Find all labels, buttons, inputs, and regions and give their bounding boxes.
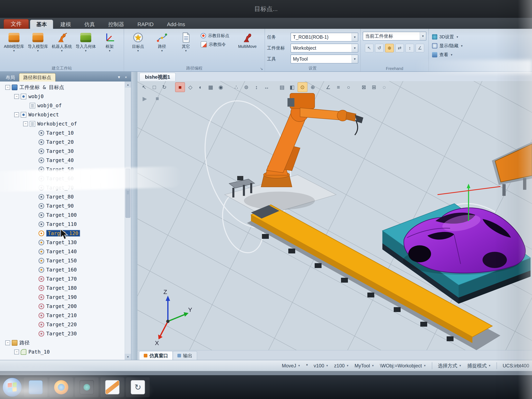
status-motion-setting[interactable]: \WObj:=Workobject▼ [380,363,426,369]
measure-angle-icon[interactable]: ∠ [323,82,333,92]
tool-select[interactable]: MyTool ▼ [291,55,358,63]
tree-node[interactable]: Target_90 [0,201,125,210]
tree-scrollbar[interactable]: ▲ ▼ [125,82,131,360]
perspective-icon[interactable]: ◐ [196,82,205,92]
tree-node[interactable]: −Workobject [0,110,125,119]
zoom-window-icon[interactable]: □ [150,82,159,92]
link-icon[interactable]: ⊚ [242,82,251,92]
frame-tool-icon[interactable]: ◌ [380,82,389,92]
tree-node[interactable]: −wobj0 [0,92,125,101]
scroll-up-icon[interactable]: ▲ [125,82,131,88]
view-tab[interactable]: bishe视图1 [139,73,176,81]
tab-paths-and-targets[interactable]: 路径和目标点 [19,73,56,82]
app-window-icon[interactable] [24,377,47,397]
tree-node[interactable]: wobj0_of [0,101,125,110]
snap-grid-icon[interactable]: ▤ [277,82,287,92]
tree-node[interactable]: Target_30 [0,146,125,156]
jog-linear-icon[interactable]: ⇄ [395,44,404,52]
tree-node[interactable]: −工件坐标 & 目标点 [0,83,125,92]
stop-button[interactable]: ■ [153,94,162,103]
status-mode-selector[interactable]: 捕捉模式▼ [467,362,491,369]
show-hide-button[interactable]: 显示/隐藏 ▼ [432,43,463,49]
jog-joint-icon[interactable]: ⊕ [385,44,394,52]
tree-node[interactable]: Target_80 [0,192,125,201]
shaded-view-icon[interactable]: ■ [175,82,185,92]
sync-app-icon[interactable]: ↻ [126,377,150,397]
task-select[interactable]: T_ROB1(ROB-1) ▼ [291,33,358,42]
hand-icon[interactable]: ∠ [416,44,424,52]
expand-collapse-icon[interactable]: − [14,349,19,355]
frame-button[interactable]: 框架 ▼ [98,30,122,65]
play-button[interactable]: ▶ [140,94,149,103]
level-icon[interactable]: ○ [344,82,353,92]
wireframe-icon[interactable]: ◇ [186,82,195,92]
move-icon[interactable]: ↖ [365,44,374,52]
snap-center-icon[interactable]: ⊙ [298,82,307,92]
tree-node[interactable]: Target_50 [0,165,125,174]
robot-system-button[interactable]: 机器人系统 ▼ [50,30,74,65]
expand-collapse-icon[interactable]: − [5,85,10,90]
tree-node[interactable]: Target_120 [0,229,125,238]
ribbon-tab-仿真[interactable]: 仿真 [78,20,101,29]
mechanism-icon[interactable]: ∴ [232,82,241,92]
multimove-button[interactable]: MultiMove [232,30,263,65]
expand-collapse-icon[interactable]: − [5,340,10,345]
tree-node[interactable]: Target_160 [0,265,125,274]
current-workobject-select[interactable]: 当前工件坐标 ▼ [363,32,426,41]
status-motion-setting[interactable]: z100▼ [334,363,349,369]
tree-node[interactable]: Target_140 [0,247,125,256]
abb-model-library-button[interactable]: ABB模型库 ▼ [2,30,26,65]
tree-node[interactable]: Target_200 [0,302,125,311]
tree-node[interactable]: Target_110 [0,220,125,229]
circle-select-icon[interactable]: ⊠ [359,82,369,92]
scroll-down-icon[interactable]: ▼ [125,354,131,360]
select-icon[interactable]: ↖ [139,82,149,92]
snap-object-icon[interactable]: ◧ [287,82,297,92]
paint-app-icon[interactable] [101,377,124,397]
tab-layout[interactable]: 布局 [2,73,19,82]
ribbon-tab-建模[interactable]: 建模 [54,20,77,29]
scrollbar-thumb[interactable] [126,169,130,218]
status-motion-setting[interactable]: MoveJ▼ [282,363,300,369]
panel-close-button[interactable]: × [122,74,129,81]
view-button[interactable]: 查看 ▼ [432,52,463,58]
3d-settings-button[interactable]: 3D设置 ▼ [432,34,463,40]
grid-view-icon[interactable]: ▦ [206,82,215,92]
status-motion-setting[interactable]: v100▼ [314,363,329,369]
expand-collapse-icon[interactable]: − [14,94,19,99]
tree-node[interactable]: Target_60 [0,174,125,183]
ribbon-tab-控制器[interactable]: 控制器 [102,20,130,29]
tree-node[interactable]: Target_20 [0,138,125,146]
tree-node[interactable]: Target_100 [0,210,125,220]
dialog-launcher-icon[interactable]: ↘ [260,66,263,71]
status-ucs[interactable]: UCS:irbt400 [503,363,529,369]
media-app-icon[interactable] [75,377,99,397]
start-button[interactable] [2,378,22,397]
path-button[interactable]: 路径 ▼ [150,30,174,65]
3d-view[interactable]: Z Y X ↖□↻■◇◐▦◉∴⊚↕↔▤◧⊙⊕∠≡○⊠⊞◌ ▶ ■ [138,81,532,350]
status-motion-setting[interactable]: MyTool▼ [355,363,374,369]
reorient-icon[interactable]: ↕ [405,44,414,52]
tree-node[interactable]: Target_180 [0,283,125,292]
tree-node[interactable]: −Path_10 [0,347,125,356]
ribbon-tab-基本[interactable]: 基本 [30,20,53,29]
pan-icon[interactable]: ↔ [262,82,271,92]
tree-node[interactable]: Target_220 [0,320,125,329]
tree-node[interactable]: Target_150 [0,256,125,265]
workobject-select[interactable]: Workobject ▼ [291,44,358,52]
tree-node[interactable]: Target_70 [0,183,125,192]
status-motion-setting[interactable]: * [306,363,308,369]
ribbon-tab-Add-Ins[interactable]: Add-Ins [161,20,191,29]
tree-node[interactable]: Target_40 [0,156,125,165]
tree-node[interactable]: Target_10 [0,128,125,138]
expand-collapse-icon[interactable]: − [23,121,28,126]
rotate-icon[interactable]: ↺ [375,44,384,52]
panel-menu-button[interactable]: ▼ [116,74,122,81]
teach-instruction-button[interactable]: 示教指令 [201,41,229,47]
panel-splitter[interactable] [131,72,138,360]
elevation-icon[interactable]: ↕ [252,82,261,92]
tree-node[interactable]: Target_210 [0,311,125,320]
import-model-library-button[interactable]: 导入模型库 ▼ [26,30,50,65]
file-menu-button[interactable]: 文件 [4,19,29,29]
tree-node[interactable]: −路径 [0,338,125,347]
